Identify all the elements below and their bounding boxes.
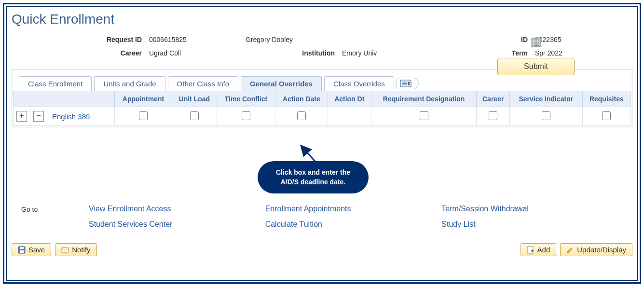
link-study-list[interactable]: Study List — [441, 220, 618, 229]
show-all-columns-icon[interactable] — [397, 78, 419, 89]
save-label: Save — [28, 246, 45, 254]
student-name: Gregory Dooley — [243, 36, 340, 43]
pencil-icon — [566, 246, 574, 254]
tab-other-info[interactable]: Other Class Info — [168, 76, 238, 91]
tab-class-overrides[interactable]: Class Overrides — [324, 76, 394, 91]
action-dt-cell — [328, 107, 371, 126]
update-button[interactable]: Update/Display — [560, 243, 632, 256]
notify-button[interactable]: Notify — [55, 243, 96, 256]
callout-line1: Click box and enter the — [276, 168, 350, 176]
col-action-date: Action Date — [275, 91, 328, 107]
requisites-checkbox[interactable] — [602, 111, 611, 120]
table-row: + − English 389 — [14, 107, 631, 126]
link-enrollment-appointments[interactable]: Enrollment Appointments — [265, 205, 442, 213]
add-icon — [527, 246, 534, 254]
col-requisites: Requisites — [582, 91, 630, 107]
tab-general-overrides[interactable]: General Overrides — [241, 76, 322, 91]
add-button[interactable]: Add — [521, 243, 557, 256]
link-term-withdrawal[interactable]: Term/Session Withdrawal — [441, 205, 618, 213]
save-icon — [18, 246, 26, 254]
service-ind-checkbox[interactable] — [542, 111, 550, 120]
col-unit-load: Unit Load — [172, 91, 217, 107]
col-appointment: Appointment — [115, 91, 172, 107]
institution-value: Emory Univ — [340, 49, 436, 57]
goto-label: Go to — [21, 205, 89, 213]
req-desig-checkbox[interactable] — [420, 111, 428, 120]
request-id-label: Request ID — [50, 36, 147, 43]
enrollment-grid: Class Enrollment Units and Grade Other C… — [12, 69, 632, 127]
svg-rect-4 — [408, 82, 410, 85]
request-id-value: 0006615825 — [147, 36, 243, 43]
tab-units-grade[interactable]: Units and Grade — [94, 76, 165, 91]
link-view-enrollment-access[interactable]: View Enrollment Access — [89, 205, 265, 213]
svg-rect-7 — [20, 247, 24, 249]
notify-label: Notify — [72, 246, 90, 254]
tab-class-enrollment[interactable]: Class Enrollment — [19, 76, 92, 91]
col-req-desig: Requirement Designation — [371, 91, 477, 107]
career-value: Ugrad Coll — [147, 49, 243, 57]
link-student-services[interactable]: Student Services Center — [89, 220, 265, 229]
col-action-dt: Action Dt — [328, 91, 371, 107]
time-conflict-checkbox[interactable] — [242, 111, 250, 120]
submit-button[interactable]: Submit — [497, 58, 575, 75]
career-checkbox[interactable] — [489, 111, 497, 120]
callout-line2: A/D/S deadline date. — [281, 178, 346, 186]
delete-row-button[interactable]: − — [33, 111, 44, 122]
career-label: Career — [50, 49, 147, 57]
class-name-cell[interactable]: English 389 — [47, 107, 115, 126]
save-button[interactable]: Save — [12, 243, 51, 256]
action-date-checkbox[interactable] — [297, 111, 306, 120]
col-career: Career — [477, 91, 510, 107]
callout-bubble: Click box and enter the A/D/S deadline d… — [258, 161, 369, 193]
svg-rect-8 — [20, 250, 24, 253]
svg-rect-9 — [62, 248, 69, 252]
building-icon: 🏢 — [530, 36, 542, 47]
page-title: Quick Enrollment — [12, 12, 632, 27]
institution-label: Institution — [243, 49, 340, 57]
unit-load-checkbox[interactable] — [190, 111, 199, 120]
link-calculate-tuition[interactable]: Calculate Tuition — [265, 220, 442, 229]
add-row-button[interactable]: + — [16, 111, 27, 122]
col-time-conflict: Time Conflict — [217, 91, 275, 107]
update-label: Update/Display — [577, 246, 626, 254]
add-label: Add — [537, 246, 550, 254]
notify-icon — [61, 246, 69, 254]
appointment-checkbox[interactable] — [139, 111, 148, 120]
col-service-ind: Service Indicator — [510, 91, 583, 107]
